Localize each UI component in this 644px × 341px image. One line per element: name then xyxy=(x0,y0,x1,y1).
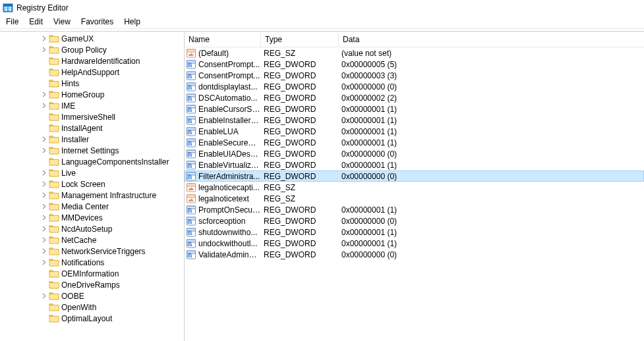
expander-icon[interactable] xyxy=(40,135,49,144)
expander-icon[interactable] xyxy=(40,90,49,99)
tree-item[interactable]: OOBE xyxy=(0,290,184,302)
folder-icon xyxy=(49,135,59,144)
tree-item[interactable]: OneDriveRamps xyxy=(0,279,184,290)
tree-item[interactable]: NetworkServiceTriggers xyxy=(0,246,184,257)
tree-item[interactable]: ImmersiveShell xyxy=(0,111,184,122)
tree-item[interactable]: MMDevices xyxy=(0,212,184,223)
expander-icon[interactable] xyxy=(40,169,49,178)
tree-item[interactable]: Internet Settings xyxy=(0,145,184,156)
tree-item[interactable]: HomeGroup xyxy=(0,89,184,100)
expander-icon[interactable] xyxy=(40,247,49,256)
expander-icon[interactable] xyxy=(40,34,49,43)
menu-help[interactable]: Help xyxy=(119,15,146,28)
expander-icon[interactable] xyxy=(40,213,49,223)
tree-item[interactable]: LanguageComponentsInstaller xyxy=(0,156,184,167)
menu-file[interactable]: File xyxy=(1,15,24,28)
folder-icon xyxy=(49,202,59,211)
registry-values-pane[interactable]: Name Type Data ab(Default)REG_SZ(value n… xyxy=(185,32,644,341)
tree-item[interactable]: Hints xyxy=(0,78,184,89)
window-title: Registry Editor xyxy=(16,3,69,13)
column-header-data[interactable]: Data xyxy=(339,32,644,47)
expander-icon[interactable] xyxy=(40,224,49,234)
cell-data: 0x00000000 (0) xyxy=(339,82,644,92)
expander-icon[interactable] xyxy=(40,236,49,245)
reg-dword-icon: 011110 xyxy=(186,160,196,170)
tree-item-label: OptimalLayout xyxy=(61,314,112,323)
tree-item[interactable]: Installer xyxy=(0,134,184,145)
expander-icon[interactable] xyxy=(40,191,49,200)
list-row[interactable]: 011110DSCAutomatio...REG_DWORD0x00000002… xyxy=(185,92,644,103)
list-row[interactable]: 011110undockwithoutl...REG_DWORD0x000000… xyxy=(185,238,644,249)
tree-item[interactable]: HardwareIdentification xyxy=(0,55,184,66)
svg-text:110: 110 xyxy=(187,218,192,221)
tree-item[interactable]: GameUX xyxy=(0,33,184,44)
list-row[interactable]: 011110EnableLUAREG_DWORD0x00000001 (1) xyxy=(185,126,644,137)
list-row[interactable]: ablegalnoticecapti...REG_SZ xyxy=(185,182,644,193)
expander-icon[interactable] xyxy=(40,292,49,301)
list-row[interactable]: 011110PromptOnSecur...REG_DWORD0x0000000… xyxy=(185,204,644,215)
tree-item[interactable]: NetCache xyxy=(0,234,184,246)
tree-item[interactable]: OptimalLayout xyxy=(0,313,184,324)
cell-type: REG_DWORD xyxy=(261,105,339,114)
cell-name: 011110EnableUIADeskt... xyxy=(185,149,261,159)
menu-edit[interactable]: Edit xyxy=(24,15,48,28)
tree-item[interactable]: InstallAgent xyxy=(0,122,184,134)
value-name: dontdisplaylast... xyxy=(198,82,257,92)
cell-type: REG_DWORD xyxy=(261,71,339,80)
registry-tree-pane[interactable]: GameUXGroup PolicyHardwareIdentification… xyxy=(0,32,185,341)
folder-icon xyxy=(49,269,59,278)
list-row[interactable]: ab(Default)REG_SZ(value not set) xyxy=(185,47,644,59)
expander-icon[interactable] xyxy=(40,101,49,111)
expander-icon[interactable] xyxy=(40,146,49,155)
list-row[interactable]: 011110shutdownwitho...REG_DWORD0x0000000… xyxy=(185,226,644,238)
list-row[interactable]: 011110EnableCursorSu...REG_DWORD0x000000… xyxy=(185,103,644,115)
reg-dword-icon: 011110 xyxy=(186,93,196,103)
tree-item[interactable]: Live xyxy=(0,167,184,178)
svg-text:ab: ab xyxy=(189,197,194,203)
tree-item[interactable]: Media Center xyxy=(0,201,184,212)
value-name: shutdownwitho... xyxy=(198,228,257,237)
tree-item-label: Group Policy xyxy=(61,45,107,55)
list-row[interactable]: 011110scforceoptionREG_DWORD0x00000000 (… xyxy=(185,215,644,226)
expander-icon[interactable] xyxy=(40,45,49,55)
tree-item[interactable]: Management Infrastructure xyxy=(0,190,184,201)
list-row[interactable]: 011110ConsentPrompt...REG_DWORD0x0000000… xyxy=(185,70,644,81)
list-row[interactable]: 011110ConsentPrompt...REG_DWORD0x0000000… xyxy=(185,59,644,70)
cell-name: 011110EnableLUA xyxy=(185,126,261,137)
expander-icon[interactable] xyxy=(40,258,49,267)
tree-item[interactable]: OpenWith xyxy=(0,302,184,313)
tree-item-label: MMDevices xyxy=(61,213,103,223)
expander-icon xyxy=(40,269,49,278)
list-row[interactable]: 011110EnableVirtualiza...REG_DWORD0x0000… xyxy=(185,159,644,170)
tree-item[interactable]: NcdAutoSetup xyxy=(0,223,184,234)
list-row[interactable]: 011110EnableSecureUI...REG_DWORD0x000000… xyxy=(185,137,644,148)
cell-type: REG_SZ xyxy=(261,49,339,58)
tree-item[interactable]: OEMInformation xyxy=(0,268,184,279)
menu-view[interactable]: View xyxy=(48,15,76,28)
value-name: ConsentPrompt... xyxy=(198,60,260,69)
list-row[interactable]: 011110EnableInstallerD...REG_DWORD0x0000… xyxy=(185,115,644,126)
list-row[interactable]: 011110FilterAdministra...REG_DWORD0x0000… xyxy=(185,170,644,182)
list-row[interactable]: 011110ValidateAdminC...REG_DWORD0x000000… xyxy=(185,249,644,260)
svg-text:110: 110 xyxy=(187,229,192,232)
folder-icon xyxy=(49,180,59,189)
svg-text:110: 110 xyxy=(187,151,192,154)
menu-favorites[interactable]: Favorites xyxy=(76,15,119,28)
reg-dword-icon: 011110 xyxy=(186,115,196,126)
folder-icon xyxy=(49,280,59,290)
tree-item[interactable]: HelpAndSupport xyxy=(0,66,184,78)
tree-item[interactable]: Lock Screen xyxy=(0,178,184,190)
list-row[interactable]: ablegalnoticetextREG_SZ xyxy=(185,193,644,204)
tree-item[interactable]: Notifications xyxy=(0,257,184,268)
list-row[interactable]: 011110EnableUIADeskt...REG_DWORD0x000000… xyxy=(185,148,644,159)
tree-item[interactable]: Group Policy xyxy=(0,44,184,55)
tree-item[interactable]: IME xyxy=(0,100,184,111)
cell-type: REG_DWORD xyxy=(261,161,339,170)
value-name: EnableLUA xyxy=(198,127,239,136)
tree-item-label: NetworkServiceTriggers xyxy=(61,247,146,256)
column-header-name[interactable]: Name xyxy=(185,32,261,47)
expander-icon[interactable] xyxy=(40,202,49,211)
list-row[interactable]: 011110dontdisplaylast...REG_DWORD0x00000… xyxy=(185,81,644,92)
column-header-type[interactable]: Type xyxy=(261,32,339,47)
expander-icon[interactable] xyxy=(40,180,49,189)
